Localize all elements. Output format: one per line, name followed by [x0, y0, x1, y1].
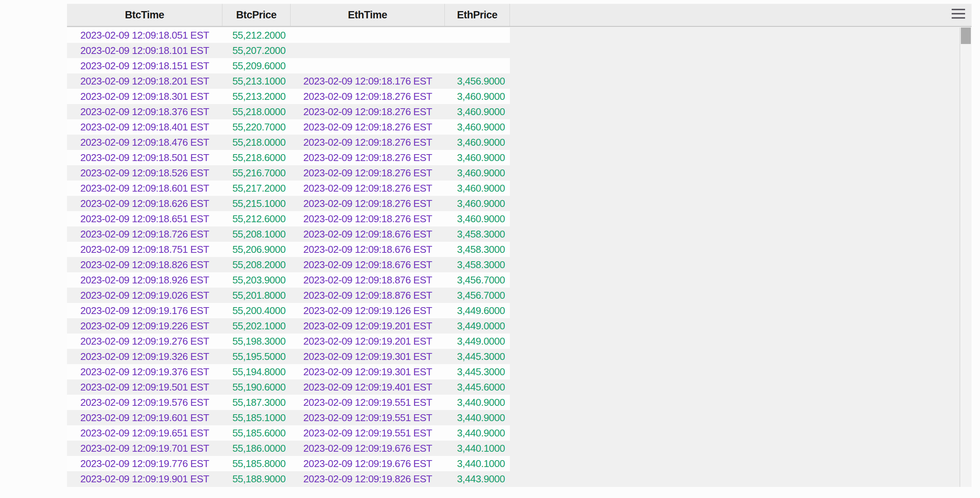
cell-eth-price: 3,460.9000 [445, 196, 510, 211]
cell-btc-price: 55,201.8000 [222, 288, 291, 303]
column-header-btc-time[interactable]: BtcTime [67, 4, 222, 26]
cell-btc-price: 55,185.6000 [222, 425, 291, 441]
cell-btc-time: 2023-02-09 12:09:19.326 EST [67, 349, 222, 364]
cell-eth-price [445, 28, 510, 43]
cell-eth-time: 2023-02-09 12:09:19.301 EST [291, 349, 445, 364]
cell-eth-price: 3,449.0000 [445, 334, 510, 349]
cell-eth-price: 3,456.7000 [445, 272, 510, 288]
table-row: 2023-02-09 12:09:19.776 EST55,185.800020… [67, 456, 510, 471]
column-header-eth-price[interactable]: EthPrice [445, 4, 510, 26]
cell-eth-price: 3,460.9000 [445, 181, 510, 196]
cell-btc-time: 2023-02-09 12:09:18.201 EST [67, 73, 222, 89]
cell-btc-price: 55,185.8000 [222, 456, 291, 471]
table-row: 2023-02-09 12:09:18.301 EST55,213.200020… [67, 89, 510, 104]
cell-eth-price: 3,440.9000 [445, 395, 510, 410]
cell-btc-price: 55,187.3000 [222, 395, 291, 410]
cell-eth-price: 3,458.3000 [445, 257, 510, 272]
cell-btc-time: 2023-02-09 12:09:18.051 EST [67, 28, 222, 43]
cell-eth-price: 3,460.9000 [445, 165, 510, 181]
table-row: 2023-02-09 12:09:19.901 EST55,188.900020… [67, 471, 510, 487]
datagrid-panel: BtcTimeBtcPriceEthTimeEthPrice 2023-02-0… [67, 4, 972, 487]
cell-eth-time [291, 43, 445, 58]
cell-eth-time: 2023-02-09 12:09:18.276 EST [291, 135, 445, 150]
cell-btc-price: 55,216.7000 [222, 165, 291, 181]
cell-eth-time: 2023-02-09 12:09:19.126 EST [291, 303, 445, 318]
cell-eth-time: 2023-02-09 12:09:18.676 EST [291, 226, 445, 242]
cell-btc-price: 55,186.0000 [222, 441, 291, 456]
table-row: 2023-02-09 12:09:19.501 EST55,190.600020… [67, 379, 510, 395]
cell-btc-time: 2023-02-09 12:09:18.376 EST [67, 104, 222, 119]
table-row: 2023-02-09 12:09:19.226 EST55,202.100020… [67, 318, 510, 334]
cell-btc-time: 2023-02-09 12:09:19.576 EST [67, 395, 222, 410]
cell-btc-time: 2023-02-09 12:09:18.151 EST [67, 58, 222, 73]
cell-btc-price: 55,218.0000 [222, 104, 291, 119]
cell-btc-time: 2023-02-09 12:09:19.776 EST [67, 456, 222, 471]
cell-btc-time: 2023-02-09 12:09:18.401 EST [67, 119, 222, 135]
cell-eth-time [291, 58, 445, 73]
table-row: 2023-02-09 12:09:18.926 EST55,203.900020… [67, 272, 510, 288]
cell-btc-time: 2023-02-09 12:09:19.701 EST [67, 441, 222, 456]
table-row: 2023-02-09 12:09:19.276 EST55,198.300020… [67, 334, 510, 349]
cell-btc-time: 2023-02-09 12:09:19.901 EST [67, 471, 222, 487]
cell-eth-time: 2023-02-09 12:09:18.276 EST [291, 165, 445, 181]
cell-eth-time: 2023-02-09 12:09:19.551 EST [291, 410, 445, 425]
cell-eth-price [445, 43, 510, 58]
column-header-btc-price[interactable]: BtcPrice [222, 4, 291, 26]
cell-btc-time: 2023-02-09 12:09:19.376 EST [67, 364, 222, 379]
cell-eth-price: 3,460.9000 [445, 211, 510, 226]
cell-btc-price: 55,207.2000 [222, 43, 291, 58]
table-row: 2023-02-09 12:09:18.501 EST55,218.600020… [67, 150, 510, 165]
cell-eth-price: 3,445.3000 [445, 349, 510, 364]
cell-btc-price: 55,185.1000 [222, 410, 291, 425]
table-row: 2023-02-09 12:09:19.026 EST55,201.800020… [67, 288, 510, 303]
cell-eth-price: 3,456.7000 [445, 288, 510, 303]
cell-btc-price: 55,212.2000 [222, 28, 291, 43]
cell-eth-price: 3,460.9000 [445, 135, 510, 150]
cell-eth-price: 3,460.9000 [445, 150, 510, 165]
table-row: 2023-02-09 12:09:18.526 EST55,216.700020… [67, 165, 510, 181]
cell-eth-price: 3,445.3000 [445, 364, 510, 379]
vertical-scrollbar[interactable] [960, 28, 972, 487]
cell-btc-time: 2023-02-09 12:09:18.926 EST [67, 272, 222, 288]
cell-btc-price: 55,195.5000 [222, 349, 291, 364]
cell-btc-time: 2023-02-09 12:09:18.751 EST [67, 242, 222, 257]
cell-eth-price: 3,460.9000 [445, 104, 510, 119]
cell-btc-price: 55,194.8000 [222, 364, 291, 379]
settings-menu-button[interactable] [952, 8, 966, 20]
table-row: 2023-02-09 12:09:19.651 EST55,185.600020… [67, 425, 510, 441]
table-body: 2023-02-09 12:09:18.051 EST55,212.200020… [67, 28, 510, 487]
table-row: 2023-02-09 12:09:18.601 EST55,217.200020… [67, 181, 510, 196]
header-filler [510, 4, 972, 26]
cell-btc-price: 55,203.9000 [222, 272, 291, 288]
cell-eth-price: 3,458.3000 [445, 242, 510, 257]
cell-eth-price: 3,445.6000 [445, 379, 510, 395]
cell-eth-time: 2023-02-09 12:09:18.876 EST [291, 272, 445, 288]
cell-eth-price: 3,443.9000 [445, 471, 510, 487]
cell-eth-price: 3,440.1000 [445, 441, 510, 456]
cell-btc-time: 2023-02-09 12:09:18.826 EST [67, 257, 222, 272]
cell-eth-time: 2023-02-09 12:09:19.826 EST [291, 471, 445, 487]
vertical-scrollbar-thumb[interactable] [961, 28, 971, 44]
cell-btc-time: 2023-02-09 12:09:18.726 EST [67, 226, 222, 242]
table-row: 2023-02-09 12:09:18.476 EST55,218.000020… [67, 135, 510, 150]
cell-eth-time: 2023-02-09 12:09:19.676 EST [291, 456, 445, 471]
cell-eth-time: 2023-02-09 12:09:18.276 EST [291, 104, 445, 119]
table-header: BtcTimeBtcPriceEthTimeEthPrice [67, 4, 972, 27]
cell-btc-price: 55,218.6000 [222, 150, 291, 165]
table-row: 2023-02-09 12:09:19.701 EST55,186.000020… [67, 441, 510, 456]
table-row: 2023-02-09 12:09:18.101 EST55,207.2000 [67, 43, 510, 58]
cell-eth-time: 2023-02-09 12:09:19.551 EST [291, 395, 445, 410]
cell-btc-time: 2023-02-09 12:09:18.101 EST [67, 43, 222, 58]
cell-eth-time: 2023-02-09 12:09:18.276 EST [291, 211, 445, 226]
table-row: 2023-02-09 12:09:18.151 EST55,209.6000 [67, 58, 510, 73]
cell-btc-price: 55,218.0000 [222, 135, 291, 150]
cell-eth-time: 2023-02-09 12:09:18.276 EST [291, 181, 445, 196]
column-header-eth-time[interactable]: EthTime [291, 4, 445, 26]
table-row: 2023-02-09 12:09:18.376 EST55,218.000020… [67, 104, 510, 119]
cell-eth-price: 3,456.9000 [445, 73, 510, 89]
table-row: 2023-02-09 12:09:18.826 EST55,208.200020… [67, 257, 510, 272]
cell-eth-time: 2023-02-09 12:09:18.276 EST [291, 89, 445, 104]
cell-btc-price: 55,213.1000 [222, 73, 291, 89]
table-row: 2023-02-09 12:09:19.376 EST55,194.800020… [67, 364, 510, 379]
cell-btc-time: 2023-02-09 12:09:18.651 EST [67, 211, 222, 226]
